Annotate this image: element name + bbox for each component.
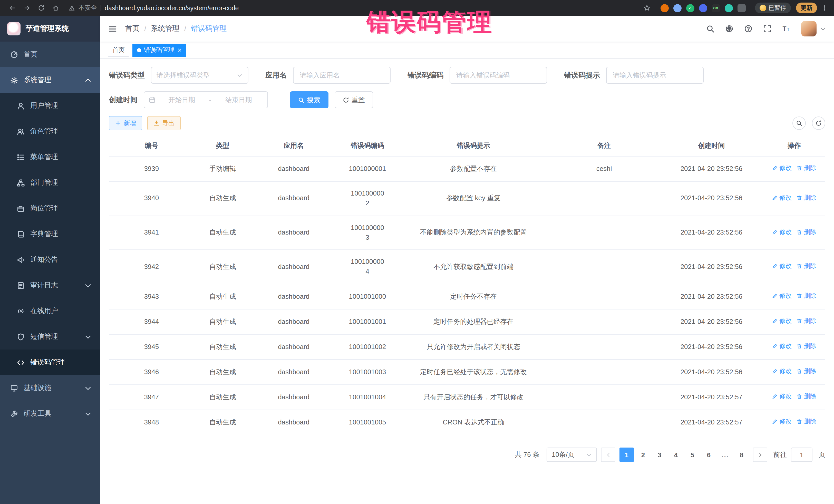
sidebar-item-dev-tool[interactable]: 研发工具 <box>0 401 100 426</box>
github-icon[interactable] <box>725 25 733 33</box>
edit-link[interactable]: 修改 <box>772 367 792 376</box>
cell-hint: 参数配置不存在 <box>398 156 549 181</box>
sidebar-toggle-icon[interactable] <box>108 24 117 33</box>
search-button[interactable]: 搜索 <box>290 91 328 108</box>
browser-forward-button[interactable] <box>21 2 33 14</box>
delete-link[interactable]: 删除 <box>797 164 816 173</box>
error-type-select[interactable]: 请选择错误码类型 <box>151 67 248 84</box>
edit-link[interactable]: 修改 <box>772 291 792 301</box>
cell-app: dashboard <box>251 216 336 250</box>
delete-link[interactable]: 删除 <box>797 317 816 326</box>
page-number-3[interactable]: 3 <box>652 448 667 462</box>
ext-blue-icon[interactable] <box>699 4 707 12</box>
sidebar-item-notice[interactable]: 通知公告 <box>0 247 100 272</box>
app-name-input[interactable] <box>300 71 384 79</box>
bookmark-star-icon[interactable] <box>643 5 650 11</box>
reset-button[interactable]: 重置 <box>335 91 373 108</box>
error-hint-input[interactable] <box>613 71 697 79</box>
table-row: 3946自动生成dashboard1001001003定时任务已经处于该状态，无… <box>109 359 825 385</box>
sidebar-item-online-user[interactable]: 在线用户 <box>0 298 100 324</box>
add-button[interactable]: 新增 <box>109 116 142 130</box>
export-button[interactable]: 导出 <box>147 116 181 130</box>
ext-teal-icon[interactable] <box>724 4 733 12</box>
refresh-table-button[interactable] <box>812 116 825 130</box>
delete-link[interactable]: 删除 <box>797 367 816 376</box>
breadcrumb-item[interactable]: 系统管理 <box>151 24 180 34</box>
docs-help-icon[interactable] <box>744 25 752 33</box>
edit-link[interactable]: 修改 <box>772 317 792 326</box>
edit-link[interactable]: 修改 <box>772 262 792 271</box>
browser-reload-button[interactable] <box>35 2 47 14</box>
ext-lightblue-icon[interactable] <box>673 4 681 12</box>
sidebar-item-role[interactable]: 角色管理 <box>0 118 100 144</box>
ext-on-switch-icon[interactable]: on <box>711 4 720 12</box>
sidebar-item-menu[interactable]: 菜单管理 <box>0 144 100 170</box>
header-search-icon[interactable] <box>706 25 715 33</box>
date-start-placeholder: 开始日期 <box>158 95 206 105</box>
browser-back-button[interactable] <box>6 2 19 14</box>
edit-link[interactable]: 修改 <box>772 194 792 202</box>
page-number-5[interactable]: 5 <box>685 448 700 462</box>
delete-link[interactable]: 删除 <box>797 392 816 401</box>
create-time-range-picker[interactable]: 开始日期 - 结束日期 <box>144 91 268 108</box>
edit-link[interactable]: 修改 <box>772 227 792 237</box>
add-button-label: 新增 <box>124 119 136 128</box>
sidebar-item-sms[interactable]: 短信管理 <box>0 324 100 350</box>
delete-link[interactable]: 删除 <box>797 227 816 237</box>
sidebar-item-audit-log[interactable]: 审计日志 <box>0 272 100 298</box>
edit-link[interactable]: 修改 <box>772 164 792 173</box>
page-number-6[interactable]: 6 <box>702 448 716 462</box>
column-header: 操作 <box>763 135 825 156</box>
page-number-4[interactable]: 4 <box>669 448 683 462</box>
update-button[interactable]: 更新 <box>796 3 817 13</box>
sidebar-item-error-code[interactable]: 错误码管理 <box>0 350 100 375</box>
browser-home-button[interactable] <box>49 2 62 14</box>
browser-menu-icon[interactable] <box>821 5 828 11</box>
next-page-button[interactable] <box>753 448 767 462</box>
edit-link[interactable]: 修改 <box>772 418 792 426</box>
page-number-2[interactable]: 2 <box>636 448 650 462</box>
prev-page-button[interactable] <box>601 448 615 462</box>
fullscreen-icon[interactable] <box>763 25 771 33</box>
edit-link[interactable]: 修改 <box>772 342 792 351</box>
avatar-caret-icon[interactable] <box>820 26 826 31</box>
delete-link[interactable]: 删除 <box>797 291 816 301</box>
sidebar-item-dict[interactable]: 字典管理 <box>0 221 100 247</box>
sidebar-item-home[interactable]: 首页 <box>0 42 100 67</box>
page-number-1[interactable]: 1 <box>619 448 634 462</box>
user-avatar[interactable] <box>801 21 816 37</box>
edit-icon <box>772 165 778 171</box>
ext-gray-puzzle-icon[interactable] <box>737 4 745 12</box>
font-size-icon[interactable]: TT <box>782 25 790 33</box>
goto-page-input[interactable] <box>791 448 812 462</box>
menu-list-icon <box>17 153 25 161</box>
page-size-select[interactable]: 10条/页 <box>547 448 597 462</box>
sidebar-item-dept[interactable]: 部门管理 <box>0 170 100 196</box>
ext-orange-icon[interactable] <box>660 4 668 12</box>
delete-link[interactable]: 删除 <box>797 418 816 426</box>
toggle-search-button[interactable] <box>792 116 806 130</box>
error-code-input[interactable] <box>456 71 541 79</box>
sidebar-item-post[interactable]: 岗位管理 <box>0 196 100 221</box>
edit-link[interactable]: 修改 <box>772 392 792 401</box>
delete-link[interactable]: 删除 <box>797 342 816 351</box>
download-icon <box>153 120 160 126</box>
cell-code: 1001001000 <box>336 284 398 309</box>
paused-badge[interactable]: 已暂停 <box>755 3 791 13</box>
delete-link[interactable]: 删除 <box>797 262 816 271</box>
cell-remark <box>548 359 659 385</box>
delete-link[interactable]: 删除 <box>797 194 816 202</box>
sidebar-item-user[interactable]: 用户管理 <box>0 93 100 118</box>
tag-0[interactable]: 首页 <box>108 43 129 57</box>
close-tag-icon[interactable]: × <box>178 47 181 53</box>
table-row: 3948自动生成dashboard1001001005CRON 表达式不正确20… <box>109 410 825 435</box>
tag-1[interactable]: 错误码管理× <box>132 43 186 57</box>
more-pages[interactable]: ... <box>718 448 732 462</box>
page-number-8[interactable]: 8 <box>734 448 749 462</box>
ext-green-check-icon[interactable]: ✓ <box>686 4 694 12</box>
breadcrumb-item[interactable]: 首页 <box>125 24 139 34</box>
sidebar-item-infra[interactable]: 基础设施 <box>0 375 100 401</box>
sidebar-item-system[interactable]: 系统管理 <box>0 67 100 93</box>
address-bar[interactable]: 不安全 dashboard.yudao.iocoder.cn/system/er… <box>64 4 637 12</box>
error-hint-label: 错误码提示 <box>564 70 600 80</box>
